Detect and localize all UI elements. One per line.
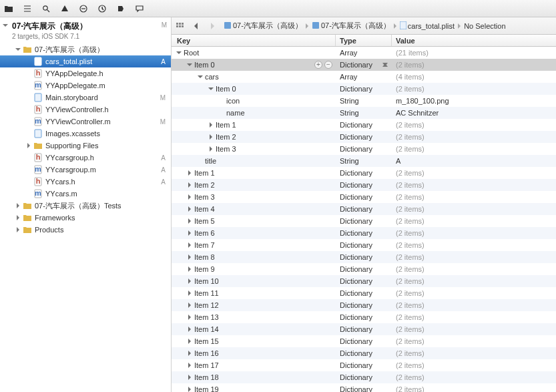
plist-row[interactable]: Item 0Dictionary(2 items): [172, 83, 556, 95]
plist-value[interactable]: (2 items): [392, 325, 556, 333]
disclosure-icon[interactable]: [186, 339, 193, 344]
disclosure-icon[interactable]: [186, 278, 193, 284]
disclosure-icon[interactable]: [25, 143, 32, 148]
search-navigator-icon[interactable]: [41, 4, 51, 13]
plist-value[interactable]: (2 items): [392, 385, 556, 392]
plist-row[interactable]: Item 3Dictionary(2 items): [172, 191, 556, 203]
plist-value[interactable]: (2 items): [392, 181, 556, 189]
disclosure-icon[interactable]: [15, 203, 21, 208]
plist-key[interactable]: Item 2: [194, 181, 215, 189]
plist-type[interactable]: String: [336, 157, 392, 165]
plist-value[interactable]: (2 items): [392, 121, 556, 129]
sidebar-item[interactable]: Frameworks: [0, 212, 171, 224]
disclosure-icon[interactable]: [186, 194, 193, 200]
plist-type[interactable]: Dictionary: [336, 313, 392, 321]
plist-type[interactable]: Dictionary: [336, 145, 392, 153]
plist-type[interactable]: Dictionary: [336, 337, 392, 345]
sidebar-item[interactable]: Main.storyboardM: [0, 91, 171, 104]
plist-type[interactable]: Array: [336, 49, 392, 57]
disclosure-icon[interactable]: [15, 215, 21, 220]
plist-value[interactable]: (2 items): [392, 289, 556, 297]
plist-value[interactable]: (2 items): [392, 253, 556, 261]
disclosure-icon[interactable]: [208, 86, 214, 91]
disclosure-icon[interactable]: [186, 315, 193, 320]
plist-key[interactable]: Item 9: [194, 265, 215, 273]
plist-value[interactable]: (2 items): [392, 169, 556, 177]
plist-row[interactable]: Item 2Dictionary(2 items): [172, 179, 556, 191]
plist-row[interactable]: Item 1Dictionary(2 items): [172, 119, 556, 131]
plist-value[interactable]: (2 items): [392, 265, 556, 273]
history-back-icon[interactable]: [192, 21, 201, 31]
plist-row[interactable]: Item 0+−Dictionary(2 items): [172, 59, 556, 71]
plist-type[interactable]: Dictionary: [336, 349, 392, 357]
disclosure-icon[interactable]: [186, 242, 193, 248]
plist-key[interactable]: Root: [184, 49, 199, 57]
plist-row[interactable]: Item 16Dictionary(2 items): [172, 347, 556, 359]
plist-key[interactable]: Item 5: [194, 217, 215, 225]
plist-type[interactable]: Dictionary: [336, 85, 392, 93]
plist-type[interactable]: Dictionary: [336, 193, 392, 201]
plist-type[interactable]: Dictionary: [336, 265, 392, 273]
plist-key[interactable]: Item 15: [194, 337, 219, 345]
plist-value[interactable]: (4 items): [392, 73, 556, 81]
plist-type[interactable]: Dictionary: [336, 61, 392, 69]
plist-key[interactable]: icon: [226, 97, 240, 105]
plist-value[interactable]: A: [392, 157, 556, 165]
plist-value[interactable]: (2 items): [392, 85, 556, 93]
plist-type[interactable]: Dictionary: [336, 385, 392, 392]
plist-value[interactable]: (2 items): [392, 61, 556, 69]
disclosure-icon[interactable]: [186, 170, 193, 176]
plist-key[interactable]: Item 11: [194, 289, 219, 297]
plist-type[interactable]: Dictionary: [336, 277, 392, 285]
plist-type[interactable]: Array: [336, 73, 392, 81]
disclosure-icon[interactable]: [186, 363, 193, 368]
disclosure-icon[interactable]: [186, 351, 193, 356]
plist-value[interactable]: (2 items): [392, 133, 556, 141]
plist-key[interactable]: Item 18: [194, 373, 219, 381]
plist-value[interactable]: (2 items): [392, 241, 556, 249]
plist-row[interactable]: Item 18Dictionary(2 items): [172, 371, 556, 383]
sidebar-item[interactable]: Images.xcassets: [0, 128, 171, 140]
sidebar-item[interactable]: hYYcars.hA: [0, 176, 171, 188]
plist-key[interactable]: Item 6: [194, 229, 215, 237]
plist-type[interactable]: Dictionary: [336, 121, 392, 129]
plist-row[interactable]: Item 13Dictionary(2 items): [172, 311, 556, 323]
sidebar-item[interactable]: mYYcarsgroup.mA: [0, 164, 171, 176]
breadcrumb-item[interactable]: 07-汽车展示（高级）: [321, 21, 390, 31]
disclosure-icon[interactable]: [186, 206, 193, 212]
plist-type[interactable]: Dictionary: [336, 217, 392, 225]
plist-type[interactable]: Dictionary: [336, 361, 392, 369]
plist-type[interactable]: String: [336, 109, 392, 117]
plist-value[interactable]: (2 items): [392, 193, 556, 201]
debug-navigator-icon[interactable]: [97, 4, 107, 13]
disclosure-icon[interactable]: [186, 375, 193, 380]
disclosure-icon[interactable]: [15, 227, 21, 232]
plist-row[interactable]: Item 4Dictionary(2 items): [172, 203, 556, 215]
sidebar-item[interactable]: mYYAppDelegate.m: [0, 79, 171, 91]
add-row-button[interactable]: +: [314, 61, 322, 69]
test-navigator-icon[interactable]: [79, 4, 88, 13]
breadcrumb-item[interactable]: 07-汽车展示（高级）: [233, 21, 302, 31]
plist-key[interactable]: Item 7: [194, 241, 215, 249]
disclosure-icon[interactable]: [186, 303, 193, 308]
breadcrumb-item[interactable]: No Selection: [464, 22, 505, 30]
plist-type[interactable]: Dictionary: [336, 169, 392, 177]
plist-key[interactable]: Item 2: [216, 133, 236, 141]
plist-key[interactable]: Item 3: [216, 145, 236, 153]
plist-key[interactable]: Item 4: [194, 205, 215, 213]
history-forward-icon[interactable]: [208, 21, 217, 31]
plist-key[interactable]: Item 0: [194, 61, 215, 69]
disclosure-icon[interactable]: [186, 327, 193, 332]
sidebar-item[interactable]: mYYViewController.mM: [0, 116, 171, 128]
plist-row[interactable]: carsArray(4 items): [172, 71, 556, 83]
plist-value[interactable]: (21 items): [392, 49, 556, 57]
plist-type[interactable]: Dictionary: [336, 301, 392, 309]
plist-row[interactable]: Item 9Dictionary(2 items): [172, 263, 556, 275]
plist-row[interactable]: Item 3Dictionary(2 items): [172, 143, 556, 155]
plist-key[interactable]: Item 0: [216, 85, 236, 93]
sidebar-item[interactable]: mYYcars.m: [0, 188, 171, 200]
plist-key[interactable]: Item 1: [194, 169, 215, 177]
plist-value[interactable]: (2 items): [392, 373, 556, 381]
plist-type[interactable]: Dictionary: [336, 373, 392, 381]
plist-row[interactable]: Item 1Dictionary(2 items): [172, 167, 556, 179]
